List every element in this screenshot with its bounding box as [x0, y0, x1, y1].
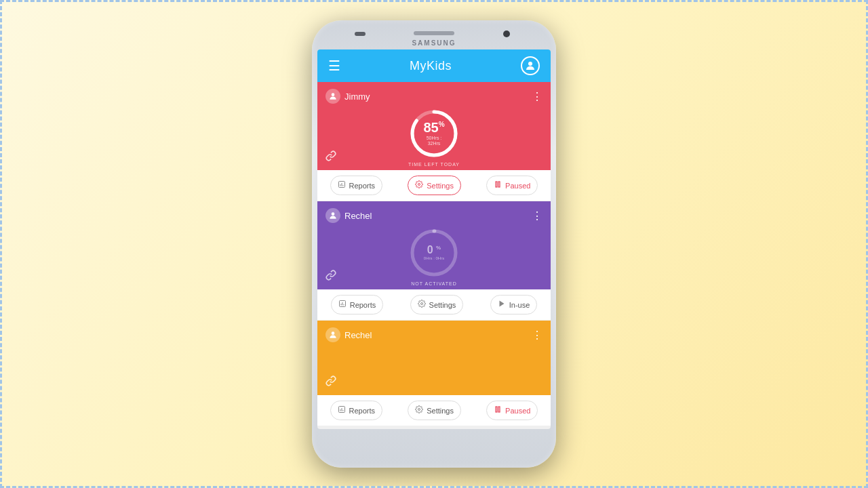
svg-point-16: [418, 409, 420, 411]
rechel2-avatar: [326, 327, 340, 342]
jimmy-link-icon[interactable]: [326, 150, 336, 163]
svg-rect-18: [498, 407, 500, 412]
phone-top-bar: [317, 26, 551, 39]
jimmy-settings-btn[interactable]: Settings: [408, 176, 461, 195]
phone-camera: [503, 30, 510, 37]
kids-scroll-area: Jimmy ⋮ 85% 50Hrs : 32Hrs: [317, 82, 551, 429]
jimmy-time: 50Hrs : 32Hrs: [420, 136, 448, 147]
rechel1-time: 0Hrs : 0Hrs: [424, 256, 444, 262]
svg-point-14: [332, 331, 335, 335]
rechel2-reports-label: Reports: [349, 407, 376, 415]
jimmy-gauge: 85% 50Hrs : 32Hrs TIME LEFT TODAY: [407, 106, 461, 167]
jimmy-gauge-label: TIME LEFT TODAY: [408, 162, 460, 167]
kid-card-rechel2: Rechel ⋮: [317, 321, 551, 426]
rechel1-percent: 0 %: [424, 244, 444, 256]
rechel2-settings-btn[interactable]: Settings: [408, 401, 461, 420]
rechel2-more-icon[interactable]: ⋮: [532, 329, 542, 342]
app-title: MyKids: [410, 59, 452, 73]
pause-icon: [494, 180, 502, 190]
rechel2-settings-icon: [415, 405, 423, 415]
phone-speaker: [414, 31, 454, 35]
rechel2-settings-label: Settings: [427, 407, 454, 415]
svg-marker-13: [499, 301, 504, 307]
rechel2-pause-icon: [494, 405, 502, 415]
phone-sensors: [355, 32, 366, 36]
rechel1-reports-label: Reports: [350, 301, 376, 309]
rechel1-inuse-btn[interactable]: In-use: [490, 295, 538, 314]
rechel2-link-icon[interactable]: [326, 375, 336, 388]
jimmy-percent: 85%: [420, 120, 448, 136]
jimmy-avatar: [326, 89, 340, 104]
svg-rect-6: [496, 182, 497, 187]
rechel1-avatar: [326, 208, 340, 223]
app-header: ☰ MyKids: [317, 49, 551, 82]
phone-device: SAMSUNG ☰ MyKids: [312, 20, 556, 468]
svg-point-8: [332, 212, 335, 216]
svg-point-1: [332, 93, 335, 96]
svg-point-5: [418, 184, 420, 186]
menu-icon[interactable]: ☰: [328, 58, 340, 74]
profile-icon[interactable]: [521, 56, 540, 75]
reports-icon: [338, 180, 346, 190]
rechel1-link-icon[interactable]: [326, 270, 336, 283]
jimmy-reports-label: Reports: [349, 182, 376, 190]
phone-brand: SAMSUNG: [317, 39, 551, 47]
kid-card-jimmy: Jimmy ⋮ 85% 50Hrs : 32Hrs: [317, 82, 551, 201]
jimmy-paused-label: Paused: [505, 182, 530, 190]
rechel1-name: Rechel: [344, 211, 372, 221]
rechel1-more-icon[interactable]: ⋮: [532, 209, 542, 222]
inuse-icon: [498, 300, 506, 310]
rechel1-settings-btn[interactable]: Settings: [410, 295, 464, 314]
rechel1-card-header: Rechel ⋮ 0 % 0Hrs : 0Hrs: [317, 201, 551, 289]
phone-screen: ☰ MyKids: [317, 49, 551, 429]
jimmy-settings-label: Settings: [427, 182, 454, 190]
rechel1-settings-label: Settings: [429, 301, 456, 309]
settings-icon: [415, 180, 423, 190]
jimmy-actions: Reports Settings: [317, 170, 551, 201]
jimmy-reports-btn[interactable]: Reports: [330, 176, 383, 195]
jimmy-name: Jimmy: [344, 92, 370, 102]
rechel1-gauge: 0 % 0Hrs : 0Hrs NOT ACTIVATED: [407, 226, 461, 286]
rechel2-name: Rechel: [344, 330, 372, 340]
rechel1-settings-icon: [418, 300, 426, 310]
rechel1-reports-icon: [338, 300, 347, 310]
rechel2-actions: Reports Settings: [317, 395, 551, 426]
svg-point-0: [528, 62, 532, 66]
rechel1-not-activated: NOT ACTIVATED: [411, 281, 456, 286]
rechel1-actions: Reports Settings: [317, 289, 551, 321]
rechel2-paused-label: Paused: [505, 407, 530, 415]
rechel2-paused-btn[interactable]: Paused: [486, 401, 538, 420]
kid-card-rechel1: Rechel ⋮ 0 % 0Hrs : 0Hrs: [317, 201, 551, 321]
jimmy-more-icon[interactable]: ⋮: [532, 90, 542, 103]
svg-point-12: [420, 303, 422, 305]
rechel2-reports-btn[interactable]: Reports: [330, 401, 383, 420]
rechel2-card-header: Rechel ⋮: [317, 321, 551, 395]
svg-rect-7: [498, 182, 500, 187]
svg-rect-17: [496, 407, 497, 412]
rechel2-reports-icon: [338, 405, 346, 415]
rechel1-inuse-label: In-use: [509, 301, 530, 309]
jimmy-paused-btn[interactable]: Paused: [486, 176, 538, 195]
jimmy-card-header: Jimmy ⋮ 85% 50Hrs : 32Hrs: [317, 82, 551, 170]
rechel1-reports-btn[interactable]: Reports: [331, 295, 384, 314]
